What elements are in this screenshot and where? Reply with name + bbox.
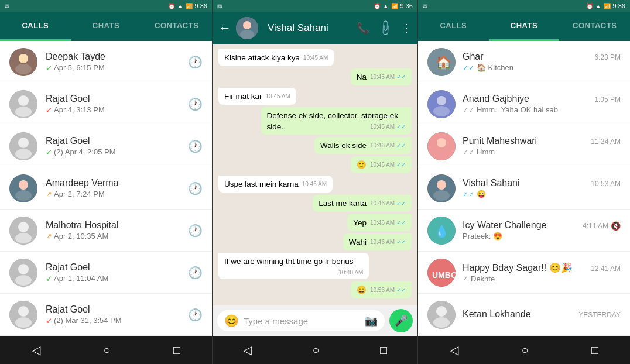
wifi-icon: ▲ — [383, 3, 389, 9]
chat-time: 10:53 AM — [591, 180, 621, 188]
emoji-button[interactable]: 😊 — [224, 314, 239, 328]
chat-item-top: Anand Gajbhiye 1:05 PM — [463, 94, 621, 104]
svg-point-31 — [433, 148, 450, 159]
sb-right: ⏰ ▲ 📶 9:36 — [374, 2, 413, 9]
clock-icon: 🕐 — [188, 266, 203, 280]
message-bubble: Na 10:45 AM ✓✓ — [351, 68, 412, 85]
chat-item-info: Anand Gajbhiye 1:05 PM ✓✓ Hmm.. Yaha OK … — [463, 94, 621, 114]
message-bubble: If we are winning tht time go fr bonus 1… — [218, 253, 369, 279]
tab-calls-right[interactable]: CALLS — [418, 12, 489, 41]
chat-item-top: Ghar 6:23 PM — [463, 51, 621, 62]
avatar: 💧 — [427, 217, 456, 245]
message-time: 10:45 AM — [266, 92, 290, 101]
list-item[interactable]: Amardeep Verma ↗ Apr 2, 7:24 PM 🕐 — [0, 167, 212, 210]
chat-preview: 😜 — [477, 190, 486, 198]
middle-panel: ✉ ⏰ ▲ 📶 9:36 ← Vishal Sahani 📞 📎 ⋮ Kisin… — [212, 0, 418, 364]
svg-point-10 — [19, 180, 28, 190]
chat-list-item[interactable]: Vishal Sahani 10:53 AM ✓✓ 😜 — [418, 167, 630, 210]
call-list: Deepak Tayde ↙ Apr 5, 6:15 PM 🕐 Rajat Go… — [0, 41, 212, 336]
message-bubble: Yep 10:46 AM ✓✓ — [347, 214, 412, 231]
list-item[interactable]: Rajat Goel ↙ Apr 1, 11:04 AM 🕐 — [0, 252, 212, 294]
list-item[interactable]: Malhotra Hospital ↗ Apr 2, 10:35 AM 🕐 — [0, 210, 212, 252]
item-info: Malhotra Hospital ↗ Apr 2, 10:35 AM — [46, 220, 188, 241]
back-button[interactable]: ◁ — [32, 343, 40, 357]
svg-point-40 — [436, 306, 447, 317]
chat-preview: Hmm — [477, 147, 495, 156]
more-icon[interactable]: ⋮ — [401, 22, 412, 35]
call-date: (2) Apr 4, 2:05 PM — [54, 147, 116, 156]
svg-point-4 — [18, 95, 29, 106]
chat-name: Anand Gajbhiye — [463, 94, 529, 104]
status-bar-middle: ✉ ⏰ ▲ 📶 9:36 — [213, 0, 417, 12]
camera-icon[interactable]: 📷 — [365, 314, 378, 327]
home-button[interactable]: ○ — [521, 344, 528, 357]
call-date: Apr 4, 3:13 PM — [54, 105, 105, 114]
chat-item-info: Punit Maheshwari 11:24 AM ✓✓ Hmm — [463, 136, 621, 156]
svg-text:💧: 💧 — [434, 224, 449, 238]
chat-list: 🏠 Ghar 6:23 PM ✓✓ 🏠 Kitchen Anand Ga — [418, 41, 630, 336]
list-item[interactable]: Rajat Goel ↙ (2) Apr 4, 2:05 PM 🕐 — [0, 125, 212, 167]
back-icon[interactable]: ← — [218, 20, 231, 36]
chat-list-item[interactable]: 💧 Icy Water Challenge 4:11 AM 🔇 Prateek:… — [418, 210, 630, 252]
list-item[interactable]: Rajat Goel ↙ Apr 4, 3:13 PM 🕐 — [0, 83, 212, 125]
time-middle: 9:36 — [400, 2, 413, 9]
tab-contacts-right[interactable]: CONTACTS — [559, 12, 630, 41]
avatar — [9, 48, 37, 76]
call-arrow: ↗ — [46, 232, 52, 241]
chat-avatar — [236, 17, 258, 39]
caller-name: Deepak Tayde — [46, 51, 188, 62]
alarm-icon: ⏰ — [374, 3, 381, 9]
message-input-box[interactable]: 😊 Type a message 📷 — [217, 310, 385, 331]
wifi-icon: ▲ — [177, 3, 183, 9]
message-time: 10:53 AM ✓✓ — [370, 286, 406, 294]
message-time: 10:46 AM ✓✓ — [370, 200, 406, 208]
call-arrow: ↗ — [46, 190, 52, 198]
message-time: 10:46 AM ✓✓ — [370, 161, 406, 169]
chat-list-item[interactable]: 🏠 Ghar 6:23 PM ✓✓ 🏠 Kitchen — [418, 41, 630, 83]
chat-sub: ✓✓ Hmm.. Yaha OK hai sab — [463, 105, 621, 114]
svg-point-13 — [18, 222, 29, 232]
home-button[interactable]: ○ — [103, 344, 110, 357]
chat-name: Vishal Sahani — [463, 178, 520, 188]
list-item[interactable]: Deepak Tayde ↙ Apr 5, 6:15 PM 🕐 — [0, 41, 212, 83]
tab-calls-left[interactable]: CALLS — [0, 12, 71, 41]
avatar — [9, 174, 37, 202]
alarm-icon: ⏰ — [168, 3, 175, 9]
chat-list-item[interactable]: UMBO Happy Bday Sagar!! 😊🎉 12:41 AM ✓ De… — [418, 252, 630, 294]
call-arrow: ↙ — [46, 105, 52, 114]
caller-name: Rajat Goel — [46, 136, 188, 146]
message-bubble: 🙂 10:46 AM ✓✓ — [351, 156, 412, 173]
message-text: 🙂 — [357, 160, 367, 169]
svg-text:🏠: 🏠 — [436, 54, 452, 70]
message-text: Fir mat kar — [224, 92, 262, 101]
home-button[interactable]: ○ — [312, 344, 319, 357]
message-text: Walls ek side — [320, 141, 367, 150]
phone-icon[interactable]: 📞 — [357, 22, 369, 35]
avatar — [9, 90, 37, 118]
item-info: Rajat Goel ↙ (2) Mar 31, 3:54 PM — [46, 304, 188, 325]
message-placeholder[interactable]: Type a message — [244, 316, 360, 326]
status-bar-left-icons: ✉ — [5, 3, 9, 9]
recent-button[interactable]: □ — [380, 344, 387, 357]
caller-sub: ↙ (2) Mar 31, 3:54 PM — [46, 316, 188, 325]
svg-point-7 — [18, 138, 29, 148]
chat-list-item[interactable]: Punit Maheshwari 11:24 AM ✓✓ Hmm — [418, 125, 630, 167]
chat-item-top: Vishal Sahani 10:53 AM — [463, 178, 621, 188]
ticks: ✓ — [463, 274, 468, 283]
recent-button[interactable]: □ — [591, 344, 598, 357]
chat-time: 12:41 AM — [591, 265, 621, 273]
mic-button[interactable]: 🎤 — [389, 309, 413, 332]
tab-contacts-left[interactable]: CONTACTS — [141, 12, 212, 41]
back-button[interactable]: ◁ — [243, 343, 252, 357]
chat-list-item[interactable]: Ketan Lokhande YESTERDAY — [418, 294, 630, 336]
chat-item-top: Happy Bday Sagar!! 😊🎉 12:41 AM — [463, 262, 621, 273]
call-date: Apr 5, 6:15 PM — [54, 63, 105, 72]
list-item[interactable]: Rajat Goel ↙ (2) Mar 31, 3:54 PM 🕐 — [0, 294, 212, 336]
tab-chats-left[interactable]: CHATS — [71, 12, 142, 41]
call-arrow: ↙ — [46, 63, 52, 72]
chat-list-item[interactable]: Anand Gajbhiye 1:05 PM ✓✓ Hmm.. Yaha OK … — [418, 83, 630, 125]
back-button[interactable]: ◁ — [450, 343, 458, 357]
recent-button[interactable]: □ — [173, 344, 180, 357]
paperclip-icon[interactable]: 📎 — [376, 19, 394, 37]
tab-chats-right[interactable]: CHATS — [489, 12, 560, 41]
